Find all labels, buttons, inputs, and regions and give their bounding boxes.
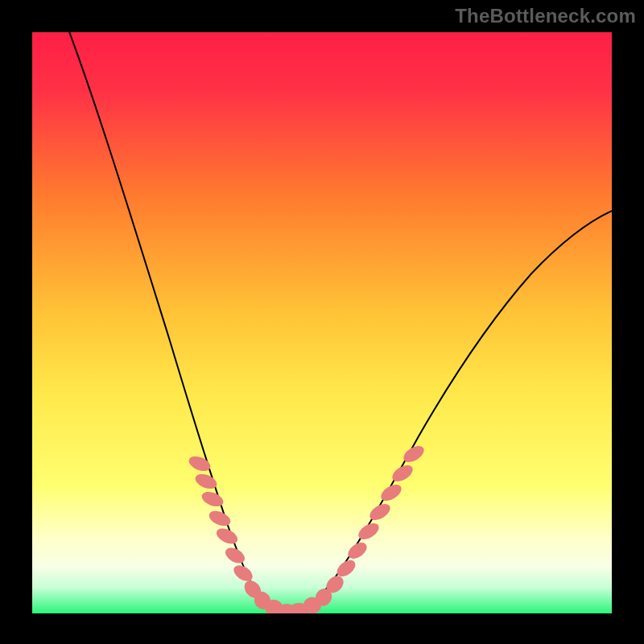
gradient-panel <box>32 32 612 613</box>
chart-svg <box>0 0 644 644</box>
watermark-text: TheBottleneck.com <box>455 5 636 27</box>
chart-stage: TheBottleneck.com <box>0 0 644 644</box>
